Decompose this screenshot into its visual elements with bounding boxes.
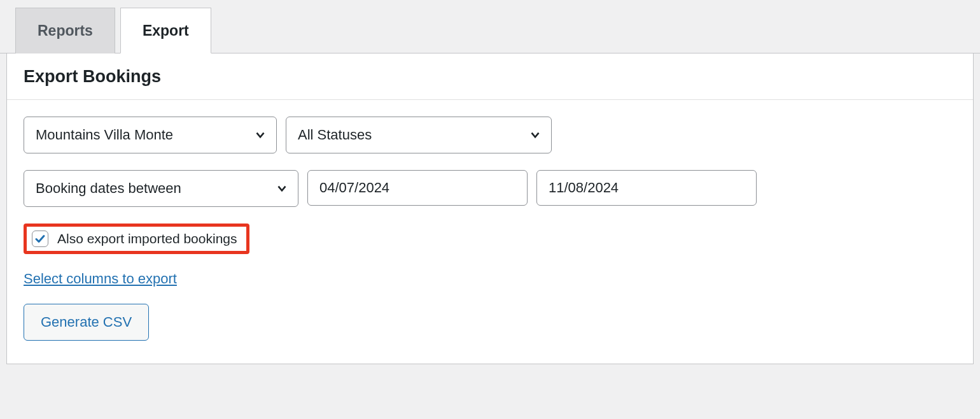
check-icon xyxy=(34,232,46,245)
date-from-input[interactable]: 04/07/2024 xyxy=(307,170,528,206)
product-select-value: Mountains Villa Monte xyxy=(36,127,173,143)
tab-export-label: Export xyxy=(143,22,189,39)
tab-export[interactable]: Export xyxy=(120,8,211,53)
product-select[interactable]: Mountains Villa Monte xyxy=(24,117,277,153)
chevron-down-icon xyxy=(253,128,267,142)
status-select-value: All Statuses xyxy=(298,127,372,143)
generate-csv-label: Generate CSV xyxy=(41,314,132,330)
tab-reports-label: Reports xyxy=(38,22,93,39)
panel-title: Export Bookings xyxy=(7,53,973,100)
tab-reports[interactable]: Reports xyxy=(15,8,115,53)
also-export-imported-checkbox[interactable] xyxy=(32,231,48,247)
date-mode-select[interactable]: Booking dates between xyxy=(24,170,298,207)
select-columns-link[interactable]: Select columns to export xyxy=(24,271,177,287)
also-export-imported-label: Also export imported bookings xyxy=(57,231,237,246)
chevron-down-icon xyxy=(528,128,542,142)
generate-csv-button[interactable]: Generate CSV xyxy=(24,304,149,341)
also-export-imported-highlight: Also export imported bookings xyxy=(24,224,249,254)
date-from-value: 04/07/2024 xyxy=(319,180,389,196)
date-mode-value: Booking dates between xyxy=(36,180,181,197)
status-select[interactable]: All Statuses xyxy=(286,117,552,153)
chevron-down-icon xyxy=(275,181,289,195)
export-panel: Export Bookings Mountains Villa Monte Al… xyxy=(6,53,974,364)
date-to-input[interactable]: 11/08/2024 xyxy=(536,170,757,206)
tab-strip: Reports Export xyxy=(0,0,980,53)
date-to-value: 11/08/2024 xyxy=(549,180,619,196)
